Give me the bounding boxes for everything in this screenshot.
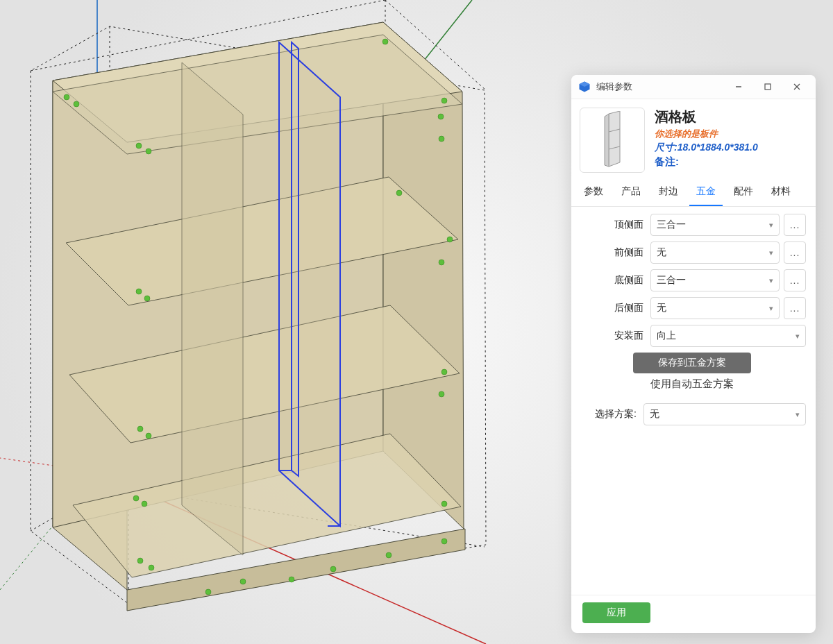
svg-point-33 bbox=[330, 566, 336, 572]
panel-footer: 应用 bbox=[571, 595, 816, 633]
window-minimize-button[interactable] bbox=[724, 77, 753, 96]
bottom-side-more-button[interactable]: ... bbox=[784, 269, 806, 291]
panel-title: 编辑参数 bbox=[596, 80, 724, 93]
svg-point-37 bbox=[289, 577, 294, 582]
component-subtitle: 你选择的是板件 bbox=[655, 128, 807, 140]
component-dimensions: 尺寸:18.0*1884.0*381.0 bbox=[655, 142, 807, 154]
tab-params[interactable]: 参数 bbox=[577, 180, 610, 206]
svg-point-20 bbox=[396, 190, 402, 196]
dims-label: 尺寸: bbox=[655, 142, 678, 153]
svg-point-23 bbox=[144, 296, 150, 301]
svg-point-22 bbox=[136, 289, 142, 294]
component-thumbnail bbox=[580, 108, 645, 173]
use-auto-hardware-scheme-link[interactable]: 使用自动五金方案 bbox=[578, 378, 806, 391]
selection-header: 酒格板 你选择的是板件 尺寸:18.0*1884.0*381.0 备注: bbox=[571, 99, 816, 176]
front-side-more-button[interactable]: ... bbox=[784, 242, 806, 264]
install-side-select[interactable]: 向上 ▾ bbox=[650, 325, 806, 347]
apply-button[interactable]: 应用 bbox=[582, 602, 650, 623]
chevron-down-icon: ▾ bbox=[796, 332, 800, 341]
svg-point-26 bbox=[441, 369, 447, 375]
svg-point-40 bbox=[438, 114, 444, 119]
svg-point-30 bbox=[137, 558, 143, 564]
component-name: 酒格板 bbox=[655, 108, 807, 126]
svg-point-24 bbox=[137, 426, 143, 432]
svg-point-27 bbox=[439, 260, 444, 265]
svg-marker-10 bbox=[279, 42, 340, 526]
svg-point-16 bbox=[136, 143, 142, 149]
svg-point-15 bbox=[74, 101, 79, 107]
window-maximize-button[interactable] bbox=[753, 77, 782, 96]
edit-params-panel: 编辑参数 酒格板 你选择的是板件 尺寸:18 bbox=[571, 75, 816, 633]
front-side-value: 无 bbox=[657, 246, 666, 259]
top-side-value: 三合一 bbox=[657, 219, 686, 231]
front-side-select[interactable]: 无 ▾ bbox=[650, 242, 780, 264]
chevron-down-icon: ▾ bbox=[769, 304, 773, 313]
app-logo-icon bbox=[578, 80, 591, 93]
top-side-more-button[interactable]: ... bbox=[784, 214, 806, 236]
svg-marker-48 bbox=[609, 111, 620, 167]
save-hardware-scheme-button[interactable]: 保存到五金方案 bbox=[633, 353, 751, 373]
svg-point-21 bbox=[447, 237, 453, 242]
tab-product[interactable]: 产品 bbox=[614, 180, 648, 206]
tab-hardware[interactable]: 五金 bbox=[689, 180, 723, 206]
svg-point-38 bbox=[133, 495, 139, 501]
cabinet-model[interactable] bbox=[53, 22, 465, 611]
select-scheme-select[interactable]: 无 ▾ bbox=[643, 403, 806, 425]
selected-divider[interactable] bbox=[279, 42, 340, 526]
back-side-more-button[interactable]: ... bbox=[784, 297, 806, 319]
bottom-side-select[interactable]: 三合一 ▾ bbox=[650, 269, 780, 291]
svg-rect-45 bbox=[765, 84, 771, 90]
install-side-value: 向上 bbox=[657, 330, 676, 342]
chevron-down-icon: ▾ bbox=[769, 221, 773, 230]
top-side-select[interactable]: 三合一 ▾ bbox=[650, 214, 780, 236]
svg-point-41 bbox=[439, 136, 444, 142]
panel-titlebar[interactable]: 编辑参数 bbox=[571, 75, 816, 99]
tabs: 参数 产品 封边 五金 配件 材料 bbox=[571, 180, 816, 207]
bottom-side-value: 三合一 bbox=[657, 274, 686, 287]
top-side-label: 顶侧面 bbox=[578, 219, 646, 231]
install-side-label: 安装面 bbox=[578, 330, 646, 342]
back-side-value: 无 bbox=[657, 302, 666, 314]
svg-point-34 bbox=[386, 552, 392, 558]
dims-value: 18.0*1884.0*381.0 bbox=[678, 142, 758, 153]
svg-point-39 bbox=[142, 501, 147, 507]
svg-point-29 bbox=[441, 501, 447, 507]
svg-point-25 bbox=[146, 433, 151, 439]
tab-acc[interactable]: 配件 bbox=[727, 180, 760, 206]
front-side-label: 前侧面 bbox=[578, 246, 646, 259]
svg-point-19 bbox=[441, 98, 447, 103]
hardware-form: 顶侧面 三合一 ▾ ... 前侧面 无 ▾ ... 底侧面 三合一 ▾ ... … bbox=[571, 207, 816, 595]
svg-point-14 bbox=[64, 94, 69, 100]
svg-point-35 bbox=[441, 539, 447, 544]
svg-point-17 bbox=[146, 149, 151, 154]
tab-edge[interactable]: 封边 bbox=[652, 180, 685, 206]
chevron-down-icon: ▾ bbox=[769, 248, 773, 257]
svg-marker-49 bbox=[605, 114, 609, 167]
component-remark-label: 备注: bbox=[655, 155, 807, 169]
svg-point-36 bbox=[205, 589, 211, 595]
svg-point-28 bbox=[439, 391, 444, 397]
back-side-label: 后侧面 bbox=[578, 302, 646, 314]
svg-point-32 bbox=[240, 579, 246, 584]
svg-marker-9 bbox=[182, 62, 243, 555]
svg-point-31 bbox=[149, 565, 154, 570]
chevron-down-icon: ▾ bbox=[796, 410, 800, 419]
bottom-side-label: 底侧面 bbox=[578, 274, 646, 287]
select-scheme-value: 无 bbox=[650, 408, 659, 421]
svg-point-18 bbox=[382, 39, 388, 44]
back-side-select[interactable]: 无 ▾ bbox=[650, 297, 780, 319]
chevron-down-icon: ▾ bbox=[769, 276, 773, 285]
tab-material[interactable]: 材料 bbox=[764, 180, 798, 206]
window-close-button[interactable] bbox=[782, 77, 811, 96]
select-scheme-label: 选择方案: bbox=[578, 408, 639, 421]
